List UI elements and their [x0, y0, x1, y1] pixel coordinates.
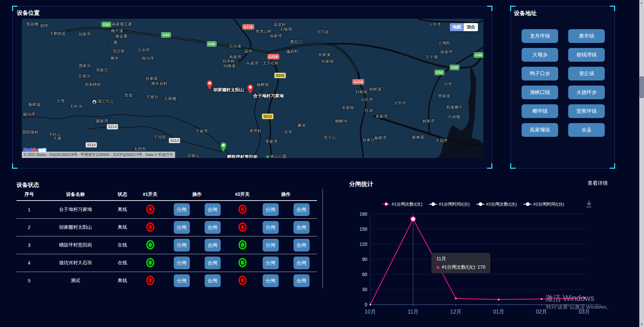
open-switch-button[interactable]: 分闸	[174, 274, 190, 287]
table-scrollbar[interactable]	[322, 189, 323, 288]
map-place-label: 跑马坪	[142, 56, 154, 61]
road-badge: X214	[169, 138, 180, 143]
map-place-label: 胡家湾	[78, 32, 91, 37]
close-switch-button[interactable]: 合闸	[293, 257, 310, 269]
address-button[interactable]: 高家堰镇	[522, 123, 558, 137]
svg-text:02月: 02月	[536, 309, 547, 315]
scrollbar-thumb[interactable]	[640, 76, 644, 98]
address-button[interactable]: 龙舟坪镇	[522, 29, 558, 43]
corner-decoration	[487, 6, 492, 11]
map-attribution: © 2021 Baidu - GS(2019)5218号 - 甲测资字11009…	[22, 152, 175, 158]
open-switch-button[interactable]: 分闸	[174, 239, 190, 252]
map-place-label: 紫金寨	[115, 34, 127, 39]
address-button[interactable]: 都镇湾镇	[568, 48, 605, 62]
map-marker-red-icon[interactable]	[206, 79, 214, 90]
map-place-label: 颜家湾	[96, 118, 108, 124]
map-marker-label: 合子坳村习家坳	[253, 93, 284, 99]
open-switch-button[interactable]: 分闸	[174, 221, 190, 234]
address-button[interactable]: 资丘镇	[568, 67, 605, 80]
map-marker-green-icon[interactable]	[219, 142, 227, 152]
road-badge: X214	[86, 142, 97, 148]
page-scrollbar[interactable]: ▲ ▼	[639, 0, 644, 327]
map-place-label: ▲清江方山	[93, 99, 113, 104]
address-button[interactable]: 全县	[568, 123, 605, 137]
scrollbar-up-icon[interactable]: ▲	[639, 0, 644, 5]
baidu-map[interactable]: 笔架槽洞坪天鹅抱蛋胡家湾高家堰互通梅子溪紫金寨二墩流沙坡沁水坝腾坪跑马坪渡家沟邓…	[22, 19, 483, 158]
svg-text:0: 0	[365, 302, 367, 307]
status-table-row: 2胡家棚村太阳山离线分闸合闸分闸合闸	[16, 219, 317, 236]
map-place-label: 干河坝	[154, 134, 166, 140]
map-place-label: 偏岩村	[286, 49, 298, 54]
address-button[interactable]: 鸭子口乡	[522, 67, 558, 80]
map-place-label: 向家湾	[246, 61, 258, 66]
open-switch-button[interactable]: 分闸	[263, 257, 279, 269]
close-switch-button[interactable]: 合闸	[205, 221, 221, 234]
map-type-map-button[interactable]: 地图	[450, 23, 464, 31]
map-place-label: 渡家沟	[78, 63, 91, 69]
status-column-header: 设备名称	[42, 192, 109, 198]
corner-decoration	[510, 163, 516, 169]
open-switch-button[interactable]: 分闸	[263, 221, 279, 234]
address-button[interactable]: 贺家坪镇	[568, 104, 605, 118]
map-place-label: 樟木岩村	[151, 81, 167, 87]
map-place-label: 后坪	[284, 129, 292, 135]
address-button[interactable]: 磨市镇	[568, 29, 605, 43]
map-place-label: 高家堰互通	[112, 21, 132, 27]
open-switch-button[interactable]: 分闸	[263, 274, 279, 287]
map-place-label: 白氏坪	[361, 97, 373, 103]
row-index: 2	[16, 225, 42, 230]
map-place-label: 方家台	[146, 94, 158, 100]
close-switch-button[interactable]: 合闸	[205, 239, 221, 252]
road-badge: G50	[161, 32, 171, 38]
open-switch-button[interactable]: 分闸	[174, 257, 190, 269]
address-button[interactable]: 火烧坪乡	[568, 86, 605, 99]
map-place-label: 路家坪	[440, 49, 452, 55]
corner-decoration	[610, 6, 615, 11]
map-place-label: 石板坳	[280, 26, 292, 32]
map-place-label: 欧家圈子	[446, 105, 463, 110]
view-details-link[interactable]: 查看详情	[588, 180, 608, 186]
close-switch-button[interactable]: 合闸	[293, 221, 310, 234]
open-switch-button[interactable]: 分闸	[263, 239, 279, 252]
map-place-label: 麻池	[298, 123, 306, 128]
map-place-label: 堰沟湾	[23, 112, 35, 117]
map-place-label: 郑家榜村	[85, 82, 101, 88]
row-index: 3	[16, 242, 42, 248]
open-switch-button[interactable]: 分闸	[174, 203, 190, 216]
park-poi-icon: 木	[266, 156, 269, 158]
row-index: 4	[16, 260, 42, 266]
close-switch-button[interactable]: 合闸	[205, 274, 221, 287]
road-badge: G318	[268, 54, 279, 59]
close-switch-button[interactable]: 合闸	[293, 239, 310, 252]
address-button[interactable]: 渔峡口镇	[522, 86, 558, 99]
map-place-label: 百步垭	[229, 44, 241, 49]
status-column-header: 操作	[255, 192, 317, 198]
close-switch-button[interactable]: 合闸	[205, 257, 221, 269]
map-place-label: 王家棚	[164, 96, 176, 102]
map-place-label: 腾坪	[110, 56, 118, 61]
tooltip-series-dot	[436, 266, 439, 269]
address-button[interactable]: 榔坪镇	[522, 104, 558, 118]
status-column-header: 序号	[16, 192, 42, 198]
address-button[interactable]: 大堰乡	[522, 48, 558, 62]
close-switch-button[interactable]: 合闸	[205, 203, 221, 216]
map-place-label: 两岔口	[290, 39, 302, 45]
open-switch-button[interactable]: 分闸	[263, 203, 279, 216]
svg-text:11月: 11月	[408, 309, 419, 315]
close-switch-button[interactable]: 合闸	[293, 274, 310, 287]
scrollbar-down-icon[interactable]: ▼	[639, 322, 644, 327]
map-place-label: 李家湾	[265, 139, 277, 145]
map-place-label: 流沙坡	[112, 48, 124, 54]
map-place-label: 土地咀	[438, 40, 450, 46]
map-place-label: 青龙山村	[256, 29, 272, 34]
chart-tooltip: 11月 #1分闸次数/(次): 170	[431, 253, 490, 273]
close-switch-button[interactable]: 合闸	[293, 203, 310, 216]
switch-indicator-green	[146, 240, 154, 250]
svg-text:60: 60	[362, 272, 367, 277]
map-type-hybrid-button[interactable]: 混合	[464, 23, 478, 31]
status-table-row: 3晒鼓坪村荒田岗在线分闸合闸分闸合闸	[16, 236, 317, 254]
switch-indicator-red	[238, 276, 247, 285]
device-location-panel: 设备位置	[12, 6, 492, 168]
map-place-label: 柳树沟	[335, 118, 347, 124]
map-place-label: 太阳包	[134, 146, 146, 152]
